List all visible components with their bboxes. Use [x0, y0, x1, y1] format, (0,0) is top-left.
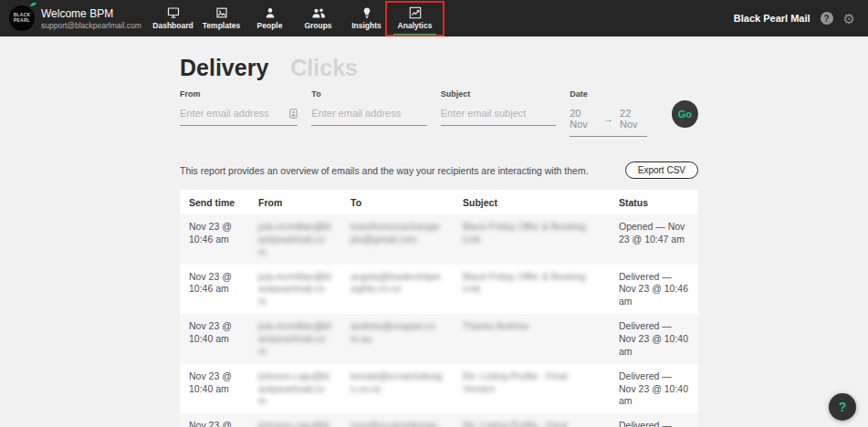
- table-header-row: Send time From To Subject Status: [180, 190, 698, 214]
- nav-item-insights[interactable]: Insights: [342, 0, 391, 36]
- welcome-block: Welcome BPM support@blackpearlmail.com: [41, 7, 143, 30]
- cell-send-time: Nov 23 @ 10:46 am: [180, 265, 249, 315]
- cell-to: andrew@snapair.com.au: [341, 314, 454, 364]
- from-field: From: [180, 89, 298, 126]
- table-row: Nov 23 @ 10:46 am jula.mcmillan@blackpea…: [180, 265, 698, 315]
- nav-item-analytics[interactable]: Analytics: [391, 0, 439, 36]
- table-row: Nov 23 @ 10:40 am johnson.caju@blackpear…: [180, 413, 698, 427]
- table-row: Nov 23 @ 10:46 am jula.mcmillan@blackpea…: [180, 214, 698, 265]
- cell-from: jula.mcmillan@blackpearlmail.com: [249, 265, 341, 315]
- cell-subject: Re: Listing Profile - Final Version: [454, 364, 610, 414]
- from-input[interactable]: [180, 108, 289, 119]
- from-label: From: [180, 89, 298, 99]
- nav-item-label: Analytics: [398, 21, 433, 30]
- subject-input[interactable]: [441, 108, 556, 119]
- chart-icon: [409, 6, 422, 19]
- table-row: Nov 23 @ 10:40 am johnson.caju@blackpear…: [180, 364, 698, 414]
- cell-from: johnson.caju@blackpearlmail.com: [249, 364, 341, 414]
- cell-to: kendal@scratchdesign.co.nz: [341, 364, 454, 414]
- top-nav: BLACK PEARL Welcome BPM support@blackpea…: [0, 0, 868, 36]
- date-range-arrow-icon: →: [603, 113, 613, 124]
- nav-item-people[interactable]: People: [246, 0, 294, 36]
- account-email: support@blackpearlmail.com: [41, 21, 143, 30]
- nav-item-label: People: [257, 21, 283, 30]
- subject-label: Subject: [441, 89, 556, 99]
- main-content: Delivery Clicks From To Subject: [180, 55, 698, 427]
- cell-from: jula.mcmillan@blackpearlmail.com: [249, 214, 341, 265]
- to-input[interactable]: [311, 108, 426, 119]
- nav-item-groups[interactable]: Groups: [294, 0, 342, 36]
- table-row: Nov 23 @ 10:40 am jula.mcmillan@blackpea…: [180, 314, 698, 364]
- cell-status: Delivered — Nov 23 @ 10:40 am: [610, 413, 698, 427]
- date-range-picker[interactable]: 20 Nov → 22 Nov: [570, 108, 647, 130]
- cell-subject: Thanks Andrew: [454, 314, 610, 364]
- col-header-to: To: [341, 190, 454, 214]
- cell-subject: Re: Listing Profile - Final Version: [454, 413, 610, 427]
- brand-name: Black Pearl Mail: [734, 13, 810, 24]
- nav-item-dashboard[interactable]: Dashboard: [149, 0, 197, 36]
- go-button[interactable]: Go: [672, 100, 698, 128]
- nav-right: Black Pearl Mail ? ⚙: [734, 12, 855, 26]
- delivery-table: Send time From To Subject Status Nov 23 …: [180, 190, 698, 427]
- nav-items: Dashboard Templates People: [149, 0, 439, 36]
- person-icon: [264, 6, 277, 19]
- report-description: This report provides an overview of emai…: [180, 165, 589, 176]
- cell-to: transformcoachangiepiu@gmail.com: [341, 214, 454, 265]
- date-end: 22 Nov: [620, 108, 647, 130]
- floating-help-button[interactable]: ?: [829, 393, 856, 421]
- nav-item-templates[interactable]: Templates: [197, 0, 246, 36]
- gear-icon[interactable]: ⚙: [843, 12, 855, 26]
- col-header-send-time: Send time: [180, 190, 249, 214]
- leaf-icon: [29, 2, 37, 8]
- tab-delivery[interactable]: Delivery: [180, 55, 268, 81]
- cell-status: Delivered — Nov 23 @ 10:40 am: [610, 314, 698, 364]
- col-header-status: Status: [610, 190, 698, 214]
- col-header-subject: Subject: [454, 190, 610, 214]
- cell-send-time: Nov 23 @ 10:40 am: [180, 364, 249, 414]
- date-start: 20 Nov: [570, 108, 597, 130]
- monitor-icon: [167, 6, 180, 19]
- contact-picker-icon[interactable]: [289, 109, 298, 119]
- export-csv-button[interactable]: Export CSV: [625, 161, 698, 179]
- cell-subject: Black Friday Offer & Booking Link: [454, 265, 610, 315]
- help-icon[interactable]: ?: [821, 12, 833, 25]
- nav-item-label: Insights: [351, 21, 382, 30]
- cell-from: johnson.caju@blackpearlmail.com: [249, 413, 341, 427]
- subject-field: Subject: [441, 89, 556, 126]
- people-icon: [311, 6, 326, 19]
- nav-item-label: Dashboard: [152, 21, 193, 30]
- black-pearl-logo[interactable]: BLACK PEARL: [9, 5, 35, 31]
- logo-text: BLACK PEARL: [9, 13, 35, 24]
- nav-item-label: Groups: [304, 21, 331, 30]
- date-field: Date 20 Nov → 22 Nov: [570, 89, 647, 137]
- to-field: To: [311, 89, 426, 126]
- lightbulb-icon: [361, 6, 373, 19]
- report-tabs: Delivery Clicks: [180, 55, 698, 81]
- cell-from: jula.mcmillan@blackpearlmail.com: [249, 314, 341, 364]
- cell-status: Delivered — Nov 23 @ 10:40 am: [610, 364, 698, 414]
- image-icon: [215, 6, 228, 19]
- cell-to: ross@scratchdesign.co.nz: [341, 413, 454, 427]
- date-label: Date: [570, 89, 647, 99]
- cell-send-time: Nov 23 @ 10:46 am: [180, 214, 249, 265]
- cell-status: Opened — Nov 23 @ 10:47 am: [610, 214, 698, 265]
- col-header-from: From: [249, 190, 341, 214]
- to-label: To: [311, 89, 426, 99]
- cell-send-time: Nov 23 @ 10:40 am: [180, 314, 249, 364]
- cell-subject: Black Friday Offer & Booking Link: [454, 214, 610, 265]
- cell-status: Delivered — Nov 23 @ 10:46 am: [610, 265, 698, 315]
- welcome-text: Welcome BPM: [41, 7, 143, 20]
- report-header: This report provides an overview of emai…: [180, 161, 698, 179]
- filter-bar: From To Subject Date: [180, 89, 698, 137]
- tab-clicks[interactable]: Clicks: [290, 55, 358, 81]
- cell-to: angela@leadershipinsights.co.nz: [341, 265, 454, 315]
- cell-send-time: Nov 23 @ 10:40 am: [180, 413, 249, 427]
- nav-item-label: Templates: [203, 21, 240, 30]
